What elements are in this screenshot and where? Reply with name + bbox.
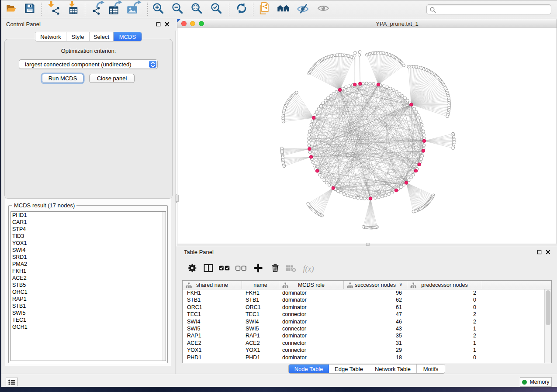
cell-shared-name[interactable]: FKH1	[183, 289, 242, 296]
mcds-result-item[interactable]: FKH1	[11, 268, 166, 275]
tab-motifs[interactable]: Motifs	[417, 364, 445, 373]
column-header-name[interactable]: name	[242, 281, 279, 289]
tab-style[interactable]: Style	[66, 32, 90, 41]
mcds-result-item[interactable]: SRD1	[11, 254, 166, 261]
mcds-result-item[interactable]: STB1	[11, 303, 166, 309]
cell-name[interactable]: STB1	[242, 296, 279, 303]
close-panel-button[interactable]: Close panel	[89, 74, 135, 83]
cell-successor-nodes[interactable]: 61	[344, 304, 407, 311]
minimize-window-light[interactable]	[190, 21, 195, 26]
table-row[interactable]: ORC1ORC1dominator610	[183, 304, 545, 311]
cell-shared-name[interactable]: ACE2	[183, 340, 242, 347]
tab-select[interactable]: Select	[90, 32, 114, 41]
column-header-successor-nodes[interactable]: successor nodes∨	[344, 281, 407, 289]
cell-name[interactable]: YOX1	[242, 347, 279, 354]
cell-predecessor-nodes[interactable]: 2	[407, 332, 482, 339]
cell-MCDS-role[interactable]: connector	[279, 325, 344, 332]
table-row[interactable]: RAP1RAP1dominator352	[183, 332, 545, 339]
mcds-result-item[interactable]: YOX1	[11, 240, 166, 247]
cell-successor-nodes[interactable]: 96	[344, 289, 407, 296]
tab-edge-table[interactable]: Edge Table	[329, 364, 369, 373]
close-panel-icon[interactable]	[165, 22, 170, 27]
save-session-button[interactable]	[24, 2, 36, 17]
cell-predecessor-nodes[interactable]: 0	[407, 304, 482, 311]
tab-network[interactable]: Network	[35, 32, 66, 41]
vertical-splitter-handle[interactable]	[176, 195, 179, 202]
network-canvas[interactable]	[177, 28, 557, 244]
cell-predecessor-nodes[interactable]: 0	[407, 296, 482, 303]
search-box[interactable]	[426, 4, 551, 14]
cell-shared-name[interactable]: SWI4	[183, 318, 242, 325]
export-network-button[interactable]	[90, 1, 106, 17]
mcds-result-item[interactable]: TEC1	[11, 316, 166, 323]
cell-shared-name[interactable]: ORC1	[183, 304, 242, 311]
cell-name[interactable]: ORC1	[242, 304, 279, 311]
search-input[interactable]	[437, 5, 549, 14]
table-row[interactable]: ACE2ACE2connector311	[183, 340, 545, 347]
cell-MCDS-role[interactable]: dominator	[279, 296, 344, 303]
mcds-result-list[interactable]: PHD1CAR1STP4TID3YOX1SWI4SRD1PMA2FKH1ACE2…	[10, 211, 166, 361]
cell-successor-nodes[interactable]: 46	[344, 318, 407, 325]
export-image-button[interactable]	[126, 0, 142, 18]
tab-network-table[interactable]: Network Table	[369, 364, 417, 373]
table-row[interactable]: SWI5SWI5connector431	[183, 325, 545, 332]
mcds-result-item[interactable]: STP4	[11, 226, 166, 233]
column-header-MCDS-role[interactable]: MCDS role	[279, 281, 344, 289]
table-scrollbar-thumb[interactable]	[546, 290, 550, 325]
cell-name[interactable]: PHD1	[242, 354, 279, 361]
mcds-result-item[interactable]: RAP1	[11, 296, 166, 303]
cell-shared-name[interactable]: SWI5	[183, 325, 242, 332]
zoom-in-button[interactable]	[152, 2, 165, 17]
cell-shared-name[interactable]: RAP1	[183, 332, 242, 339]
tab-node-table[interactable]: Node Table	[289, 364, 329, 373]
cell-name[interactable]: SWI4	[242, 318, 279, 325]
cell-predecessor-nodes[interactable]: 2	[407, 318, 482, 325]
column-header-shared-name[interactable]: shared name	[183, 281, 242, 289]
clone-network-button[interactable]	[258, 1, 272, 17]
memory-button[interactable]: Memory	[520, 377, 552, 387]
cell-MCDS-role[interactable]: dominator	[279, 354, 344, 361]
cell-name[interactable]: SWI5	[242, 325, 279, 332]
cell-successor-nodes[interactable]: 43	[344, 325, 407, 332]
cell-successor-nodes[interactable]: 29	[344, 347, 407, 354]
show-all-button[interactable]	[317, 3, 330, 16]
cell-predecessor-nodes[interactable]: 1	[407, 325, 482, 332]
cell-MCDS-role[interactable]: dominator	[279, 304, 344, 311]
table-settings-button[interactable]	[187, 262, 198, 275]
column-header-predecessor-nodes[interactable]: predecessor nodes	[407, 281, 482, 289]
cell-successor-nodes[interactable]: 35	[344, 332, 407, 339]
mcds-list-scrollbar[interactable]	[163, 212, 166, 361]
task-history-button[interactable]	[6, 378, 18, 386]
mcds-result-item[interactable]: SWI5	[11, 309, 166, 316]
cell-name[interactable]: ACE2	[242, 340, 279, 347]
table-row[interactable]: FKH1FKH1dominator962	[183, 289, 545, 296]
maximize-window-light[interactable]	[199, 21, 204, 26]
horizontal-splitter-handle[interactable]	[366, 243, 370, 246]
cell-predecessor-nodes[interactable]: 2	[407, 311, 482, 318]
open-session-button[interactable]	[4, 3, 19, 16]
tab-mcds[interactable]: MCDS	[114, 32, 142, 41]
mcds-result-item[interactable]: STB5	[11, 282, 166, 289]
cell-MCDS-role[interactable]: dominator	[279, 318, 344, 325]
cell-shared-name[interactable]: STB1	[183, 296, 242, 303]
network-overview-button[interactable]	[276, 2, 291, 17]
cell-predecessor-nodes[interactable]: 2	[407, 289, 482, 296]
table-row[interactable]: SWI4SWI4dominator462	[183, 318, 545, 325]
mcds-result-item[interactable]: PHD1	[11, 212, 166, 219]
float-panel-icon[interactable]	[156, 22, 161, 27]
float-table-panel-icon[interactable]	[537, 250, 542, 254]
cell-successor-nodes[interactable]: 31	[344, 340, 407, 347]
run-mcds-button[interactable]: Run MCDS	[42, 74, 83, 83]
close-window-light[interactable]	[181, 21, 187, 26]
mcds-result-item[interactable]: ACE2	[11, 275, 166, 282]
cell-shared-name[interactable]: YOX1	[183, 347, 242, 354]
table-row[interactable]: PHD1PHD1dominator180	[183, 354, 545, 361]
mcds-result-item[interactable]: ORC1	[11, 289, 166, 296]
cell-predecessor-nodes[interactable]: 1	[407, 347, 482, 354]
create-column-button[interactable]	[253, 263, 263, 275]
table-row[interactable]: YOX1YOX1connector291	[183, 347, 545, 354]
export-table-button[interactable]	[107, 0, 123, 18]
cell-successor-nodes[interactable]: 47	[344, 311, 407, 318]
close-table-panel-icon[interactable]	[546, 250, 550, 254]
delete-columns-button[interactable]	[270, 262, 280, 275]
